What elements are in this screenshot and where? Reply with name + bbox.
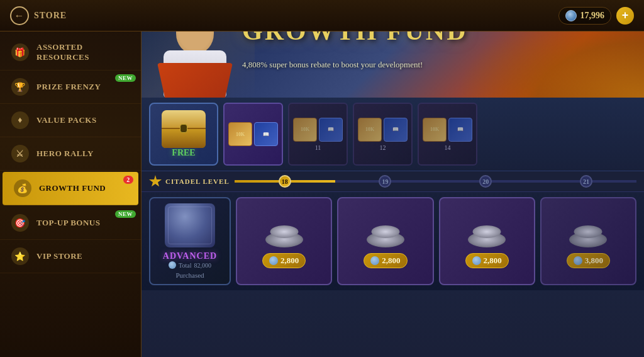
book-item: 📖 bbox=[319, 118, 343, 142]
price-coin-icon bbox=[574, 256, 582, 265]
growth-fund-icon: 💰 bbox=[14, 179, 31, 197]
scroll-item: 10K bbox=[423, 118, 447, 142]
level-number: 12 bbox=[380, 144, 386, 151]
king-robe bbox=[157, 63, 233, 98]
pack-price-2: 2,800 bbox=[364, 253, 407, 268]
main-content: GROWTH FUND 4,808% super bonus rebate to… bbox=[142, 0, 644, 357]
citadel-label: CITADEL LEVEL bbox=[149, 175, 230, 188]
price-coin-icon bbox=[370, 256, 379, 265]
pack-price-4: 3,800 bbox=[567, 253, 610, 268]
free-items-row: FREE 10K 📖 10K 📖 11 10K 📖 bbox=[142, 98, 644, 171]
scroll-item: 10K bbox=[358, 118, 382, 142]
coin-pile-4 bbox=[563, 215, 613, 249]
free-item-card-2[interactable]: 10K 📖 11 bbox=[288, 103, 348, 166]
coin-pile-1 bbox=[259, 215, 309, 249]
sidebar-item-assorted-resources[interactable]: 🎁 ASSORTEDRESOURCES bbox=[0, 35, 141, 71]
chest-image bbox=[162, 110, 206, 148]
coin-pile-3 bbox=[462, 215, 512, 249]
price-coin-icon bbox=[472, 256, 481, 265]
back-button[interactable]: ← STORE bbox=[10, 6, 67, 25]
coin-pack-4[interactable]: 3,800 bbox=[540, 197, 636, 285]
pack-price-3: 2,800 bbox=[465, 253, 509, 268]
coin-pile-visual bbox=[566, 216, 610, 247]
free-item-card-3[interactable]: 10K 📖 12 bbox=[353, 103, 413, 166]
sidebar-item-top-up-bonus[interactable]: 🎯 TOP-UP BONUS NEW bbox=[0, 207, 141, 240]
level-dot-20: 20 bbox=[479, 175, 492, 188]
sidebar-item-vip-store[interactable]: ⭐ VIP STORE bbox=[0, 240, 141, 273]
sidebar-item-prize-frenzy[interactable]: 🏆 PRIZE FRENZY NEW bbox=[0, 71, 141, 104]
chest-lock bbox=[180, 124, 187, 133]
vip-store-icon: ⭐ bbox=[11, 247, 29, 265]
sidebar-item-label: TOP-UP BONUS bbox=[36, 218, 100, 228]
level-number: 11 bbox=[315, 144, 321, 151]
currency-icon bbox=[565, 10, 577, 21]
free-item-card-1[interactable]: 10K 📖 bbox=[223, 103, 283, 166]
assorted-resources-icon: 🎁 bbox=[11, 43, 29, 61]
free-label: FREE bbox=[172, 148, 195, 158]
growth-fund-content: FREE 10K 📖 10K 📖 11 10K 📖 bbox=[142, 98, 644, 357]
total-amount: 82,000 bbox=[194, 262, 211, 269]
level-segment-21: 21 bbox=[536, 175, 636, 188]
item-pair: 10K 📖 bbox=[423, 118, 472, 142]
level-segment-18: 18 bbox=[235, 175, 335, 188]
hero-rally-icon: ⚔ bbox=[11, 145, 29, 162]
top-up-bonus-badge: NEW bbox=[115, 210, 136, 218]
top-up-bonus-icon: 🎯 bbox=[11, 214, 29, 232]
total-label: Total bbox=[179, 262, 191, 269]
scroll-item: 10K bbox=[228, 122, 252, 146]
level-dot-21: 21 bbox=[580, 175, 592, 188]
coin-pack-1[interactable]: 2,800 bbox=[236, 197, 332, 285]
sidebar-item-label: VIP STORE bbox=[36, 251, 82, 261]
advanced-total: Total 82,000 bbox=[169, 261, 211, 269]
price-coin-icon bbox=[269, 256, 278, 265]
level-dot-19: 19 bbox=[379, 175, 391, 188]
sidebar-item-label: VALUE PACKS bbox=[36, 115, 97, 125]
free-item-card-4[interactable]: 10K 📖 14 bbox=[418, 103, 477, 166]
sidebar-item-hero-rally[interactable]: ⚔ HERO RALLY bbox=[0, 137, 141, 171]
coin-pile-visual bbox=[465, 216, 509, 247]
book-item: 📖 bbox=[254, 122, 278, 146]
sidebar-item-label: HERO RALLY bbox=[36, 149, 94, 159]
prize-frenzy-badge: NEW bbox=[115, 74, 136, 82]
sidebar: 🎁 ASSORTEDRESOURCES 🏆 PRIZE FRENZY NEW ♦… bbox=[0, 0, 142, 357]
level-segment-20: 20 bbox=[435, 175, 536, 188]
coin-pack-3[interactable]: 2,800 bbox=[439, 197, 535, 285]
price-label-1: 2,800 bbox=[280, 256, 299, 266]
item-pair: 10K 📖 bbox=[358, 118, 408, 142]
total-coin-icon bbox=[169, 261, 176, 269]
back-arrow-icon: ← bbox=[10, 6, 29, 25]
sidebar-item-growth-fund[interactable]: 💰 GROWTH FUND 2 bbox=[3, 172, 138, 205]
growth-fund-badge: 2 bbox=[123, 176, 133, 184]
price-label-3: 2,800 bbox=[484, 256, 502, 266]
citadel-icon bbox=[149, 175, 162, 188]
coin-pack-2[interactable]: 2,800 bbox=[337, 197, 433, 285]
advanced-chest bbox=[165, 203, 215, 247]
level-segment-19: 19 bbox=[335, 175, 436, 188]
level-track: 18 19 20 21 bbox=[235, 174, 636, 189]
header-right: 17,996 + bbox=[558, 7, 635, 25]
add-currency-button[interactable]: + bbox=[616, 7, 634, 25]
header: ← STORE 17,996 + bbox=[0, 0, 644, 31]
banner-subtitle: 4,808% super bonus rebate to boost your … bbox=[242, 60, 423, 70]
currency-display: 17,996 bbox=[558, 7, 612, 25]
free-chest: FREE bbox=[149, 103, 218, 166]
sidebar-item-value-packs[interactable]: ♦ VALUE PACKS bbox=[0, 104, 141, 137]
citadel-label-text: CITADEL LEVEL bbox=[165, 178, 230, 185]
sidebar-item-label: GROWTH FUND bbox=[39, 183, 106, 193]
purchased-label: Purchased bbox=[175, 271, 204, 279]
coin-pile-visual bbox=[364, 216, 408, 247]
pack-price-1: 2,800 bbox=[262, 253, 306, 268]
chest-decoration bbox=[168, 207, 212, 244]
level-dot-18: 18 bbox=[279, 175, 291, 188]
value-packs-icon: ♦ bbox=[11, 111, 29, 129]
coin-pile-visual bbox=[262, 216, 306, 247]
item-pair: 10K 📖 bbox=[228, 122, 278, 146]
advanced-label: ADVANCED bbox=[163, 251, 217, 261]
store-label: STORE bbox=[34, 11, 67, 21]
book-item: 📖 bbox=[448, 118, 472, 142]
scroll-item: 10K bbox=[293, 118, 317, 142]
sidebar-item-label: ASSORTEDRESOURCES bbox=[36, 42, 89, 62]
price-label-4: 3,800 bbox=[585, 256, 603, 266]
item-pair: 10K 📖 bbox=[293, 118, 343, 142]
coin-pile-2 bbox=[360, 215, 411, 249]
